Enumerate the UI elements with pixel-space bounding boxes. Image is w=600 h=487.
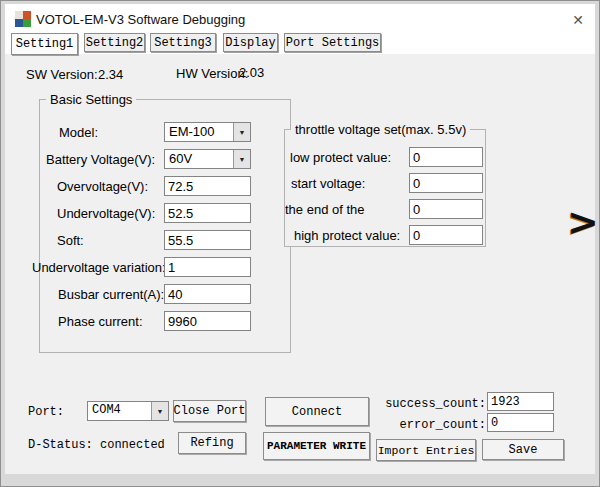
dstatus-value: connected [100, 438, 165, 452]
refing-button[interactable]: Refing [178, 432, 246, 454]
port-label: Port: [28, 405, 64, 419]
tab-setting1[interactable]: Setting1 [11, 33, 78, 55]
window-title: VOTOL-EM-V3 Software Debugging [36, 12, 245, 27]
battery-voltage-label: Battery Voltage(V): [46, 152, 155, 167]
busbar-current-label: Busbar current(A): [58, 287, 164, 302]
success-count-label: success_count: [377, 397, 486, 411]
dropdown-arrow-icon: ▼ [151, 402, 168, 420]
high-protect-input[interactable] [409, 225, 483, 245]
close-icon[interactable]: ✕ [567, 10, 589, 30]
error-count-input[interactable] [487, 413, 554, 432]
low-protect-input[interactable] [409, 147, 483, 167]
model-combo[interactable]: EM-100 ▼ [164, 122, 251, 142]
tab-setting2[interactable]: Setting2 [84, 33, 145, 52]
phase-current-label: Phase current: [58, 314, 143, 329]
hw-version-value: 2.03 [239, 65, 264, 80]
busbar-current-input[interactable] [164, 284, 251, 304]
model-label: Model: [59, 125, 98, 140]
start-voltage-input[interactable] [409, 173, 483, 193]
app-window: VOTOL-EM-V3 Software Debugging ✕ Setting… [0, 0, 600, 487]
save-button[interactable]: Save [482, 439, 564, 460]
next-page-arrow[interactable]: > [567, 203, 599, 241]
port-combo[interactable]: COM4 ▼ [87, 401, 169, 421]
connect-button[interactable]: Connect [265, 397, 369, 426]
port-combo-value: COM4 [92, 403, 121, 417]
battery-voltage-combo[interactable]: 60V ▼ [164, 149, 251, 169]
undervoltage-input[interactable] [164, 203, 251, 223]
undervoltage-variation-label: Undervoltage variation: [32, 260, 166, 275]
high-protect-label: high protect value: [294, 228, 400, 243]
throttle-voltage-title: throttle voltage set(max. 5.5v) [291, 122, 470, 137]
app-icon [15, 11, 31, 27]
end-of-the-input[interactable] [409, 199, 483, 219]
dropdown-arrow-icon: ▼ [233, 123, 250, 141]
tab-display[interactable]: Display [223, 33, 278, 52]
overvoltage-label: Overvoltage(V): [57, 179, 148, 194]
dropdown-arrow-icon: ▼ [233, 150, 250, 168]
error-count-label: error_count: [377, 418, 486, 432]
sw-version-value: 2.34 [98, 67, 123, 82]
tab-port-settings[interactable]: Port Settings [284, 33, 381, 52]
end-of-the-label: the end of the [285, 202, 365, 217]
phase-current-input[interactable] [164, 311, 251, 331]
model-combo-value: EM-100 [169, 124, 215, 139]
undervoltage-variation-input[interactable] [164, 257, 251, 277]
undervoltage-label: Undervoltage(V): [57, 206, 155, 221]
success-count-input[interactable] [487, 392, 554, 411]
soft-input[interactable] [164, 230, 251, 250]
header-area: VOTOL-EM-V3 Software Debugging ✕ Setting… [5, 4, 595, 54]
dstatus-label: D-Status: [28, 438, 93, 452]
soft-label: Soft: [57, 233, 84, 248]
low-protect-label: low protect value: [290, 150, 391, 165]
sw-version-label: SW Version: [26, 67, 98, 82]
tab-setting3[interactable]: Setting3 [150, 33, 216, 52]
hw-version-label: HW Version: [176, 66, 248, 81]
start-voltage-label: start voltage: [291, 176, 365, 191]
battery-voltage-combo-value: 60V [169, 151, 192, 166]
import-entries-button[interactable]: Import Entries [376, 439, 476, 461]
overvoltage-input[interactable] [164, 176, 251, 196]
parameter-write-button[interactable]: PARAMETER WRITE [263, 432, 370, 460]
close-port-button[interactable]: Close Port [173, 400, 246, 422]
basic-settings-title: Basic Settings [46, 92, 136, 107]
